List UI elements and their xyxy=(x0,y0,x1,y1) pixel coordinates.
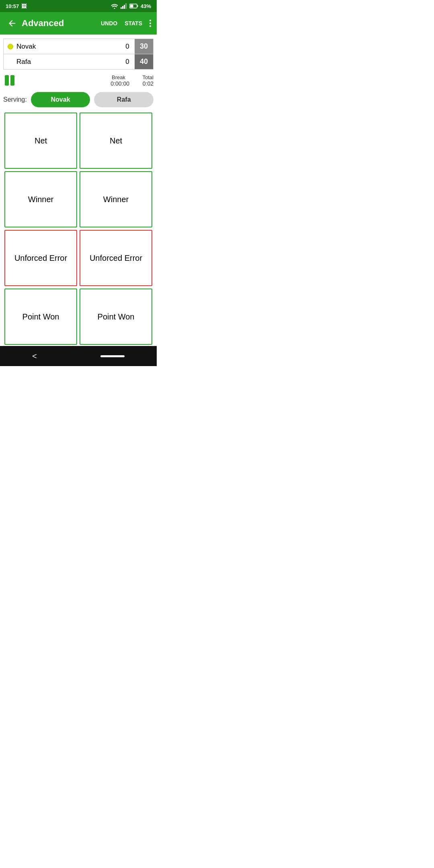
nav-back-button[interactable]: < xyxy=(32,352,37,361)
timer-row: Break Total 0:00:00 0:02 xyxy=(0,72,157,88)
serving-indicator xyxy=(8,44,13,49)
player1-row: Novak 0 30 xyxy=(4,39,153,54)
more-options-button[interactable] xyxy=(148,18,153,29)
timer-header: Break Total xyxy=(101,74,154,80)
point-won-right-button[interactable]: Point Won xyxy=(80,289,152,345)
signal-icon xyxy=(121,3,127,9)
player2-game-score: 40 xyxy=(135,54,153,69)
serving-player2-button[interactable]: Rafa xyxy=(94,92,154,107)
svg-rect-3 xyxy=(124,5,125,9)
break-label: Break xyxy=(101,74,125,80)
scoreboard: Novak 0 30 Rafa 0 40 xyxy=(3,39,154,70)
pause-bar-left xyxy=(5,75,9,86)
pause-button[interactable] xyxy=(3,74,16,87)
home-pill[interactable] xyxy=(100,355,125,357)
back-button[interactable] xyxy=(4,15,20,31)
svg-rect-1 xyxy=(121,7,122,9)
svg-rect-4 xyxy=(125,3,127,9)
timer-info: Break Total 0:00:00 0:02 xyxy=(16,74,154,87)
status-right: 43% xyxy=(111,3,151,9)
timer-values: 0:00:00 0:02 xyxy=(105,80,154,87)
player1-name: Novak xyxy=(4,39,120,54)
serving-row: Serving: Novak Rafa xyxy=(0,89,157,111)
point-won-left-button[interactable]: Point Won xyxy=(4,289,77,345)
status-bar: 10:57 🖼 43% xyxy=(0,0,157,12)
player2-name: Rafa xyxy=(4,55,120,69)
undo-button[interactable]: UNDO xyxy=(99,18,119,28)
unforced-error-left-button[interactable]: Unforced Error xyxy=(4,230,77,286)
battery-icon xyxy=(129,4,138,8)
serving-player1-button[interactable]: Novak xyxy=(31,92,90,107)
winner-left-button[interactable]: Winner xyxy=(4,171,77,227)
wifi-icon xyxy=(111,4,118,9)
break-value: 0:00:00 xyxy=(105,80,129,87)
image-icon: 🖼 xyxy=(21,3,27,9)
player2-row: Rafa 0 40 xyxy=(4,54,153,69)
svg-point-0 xyxy=(114,8,115,9)
net-right-button[interactable]: Net xyxy=(80,113,152,169)
status-battery: 43% xyxy=(141,3,151,9)
pause-bar-right xyxy=(10,75,14,86)
total-value: 0:02 xyxy=(137,80,154,87)
app-bar-actions: UNDO STATS xyxy=(99,18,153,29)
page-title: Advanced xyxy=(22,18,99,29)
stats-button[interactable]: STATS xyxy=(123,18,144,28)
total-label: Total xyxy=(137,74,154,80)
unforced-error-right-button[interactable]: Unforced Error xyxy=(80,230,152,286)
svg-rect-2 xyxy=(122,6,123,9)
svg-rect-7 xyxy=(137,5,138,7)
player2-sets: 0 xyxy=(120,55,135,69)
player1-sets: 0 xyxy=(120,39,135,54)
action-grid: Net Net Winner Winner Unforced Error Unf… xyxy=(3,111,154,346)
net-left-button[interactable]: Net xyxy=(4,113,77,169)
status-left: 10:57 🖼 xyxy=(6,3,27,9)
serving-label: Serving: xyxy=(3,96,27,103)
status-time: 10:57 xyxy=(6,3,19,9)
player1-game-score: 30 xyxy=(135,39,153,54)
svg-rect-6 xyxy=(130,5,133,8)
app-bar: Advanced UNDO STATS xyxy=(0,12,157,35)
bottom-nav: < xyxy=(0,346,157,366)
winner-right-button[interactable]: Winner xyxy=(80,171,152,227)
